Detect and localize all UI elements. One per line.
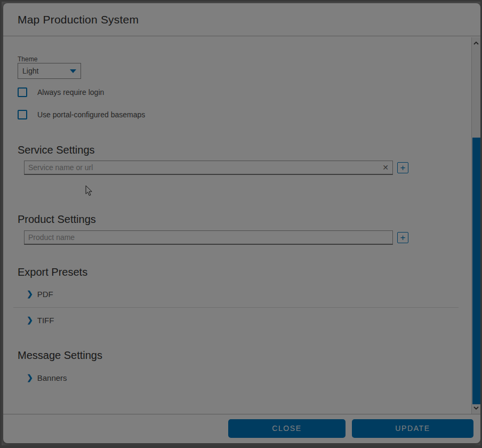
scrollbar-thumb[interactable] — [472, 138, 480, 404]
caret-down-icon — [70, 69, 76, 73]
theme-selected-value: Light — [22, 67, 70, 75]
chevron-right-icon: ❯ — [27, 315, 33, 325]
dialog-header: Map Production System — [3, 3, 480, 36]
product-name-input[interactable] — [24, 230, 393, 245]
service-input-row: ✕ + — [24, 161, 480, 175]
expand-row-label: Banners — [37, 373, 67, 382]
product-input-row: + — [24, 230, 480, 245]
chevron-right-icon: ❯ — [27, 373, 33, 382]
portal-basemaps-row: Use portal-configured basemaps — [18, 110, 480, 119]
chevron-down-icon[interactable] — [472, 403, 480, 413]
divider — [13, 307, 459, 308]
service-input-wrap: ✕ — [24, 161, 393, 175]
product-settings-title: Product Settings — [18, 213, 480, 225]
add-service-button[interactable]: + — [397, 162, 408, 173]
theme-label: Theme — [18, 55, 81, 63]
map-production-system-dialog: Map Production System Theme Light Always… — [3, 3, 480, 443]
checkbox-label: Use portal-configured basemaps — [37, 110, 145, 119]
service-settings-title: Service Settings — [18, 144, 480, 156]
close-button[interactable]: CLOSE — [228, 419, 346, 438]
dialog-footer: CLOSE UPDATE — [3, 414, 480, 442]
dialog-title: Map Production System — [18, 13, 480, 26]
service-name-input[interactable] — [24, 161, 393, 175]
message-settings-title: Message Settings — [18, 349, 480, 361]
update-button[interactable]: UPDATE — [352, 419, 473, 438]
vertical-scrollbar[interactable] — [471, 37, 480, 414]
expand-row-label: PDF — [37, 290, 53, 299]
export-preset-pdf-row[interactable]: ❯ PDF — [18, 289, 480, 299]
expand-row-label: TIFF — [37, 316, 54, 325]
chevron-right-icon: ❯ — [27, 289, 33, 299]
settings-scroll-area: Theme Light Always require login Use por… — [3, 36, 480, 414]
product-input-wrap — [24, 230, 393, 245]
plus-icon: + — [400, 233, 406, 243]
always-require-login-checkbox[interactable] — [18, 87, 27, 97]
always-require-login-row: Always require login — [18, 87, 480, 97]
add-product-button[interactable]: + — [397, 232, 408, 243]
theme-select[interactable]: Light — [18, 63, 81, 79]
theme-field: Theme Light — [18, 55, 81, 79]
export-presets-title: Export Presets — [18, 266, 480, 278]
plus-icon: + — [400, 163, 406, 173]
export-preset-tiff-row[interactable]: ❯ TIFF — [18, 315, 480, 325]
portal-basemaps-checkbox[interactable] — [18, 110, 27, 119]
chevron-up-icon[interactable] — [472, 38, 480, 48]
banners-row[interactable]: ❯ Banners — [18, 373, 480, 382]
x-icon[interactable]: ✕ — [381, 163, 390, 172]
checkbox-label: Always require login — [37, 88, 104, 97]
